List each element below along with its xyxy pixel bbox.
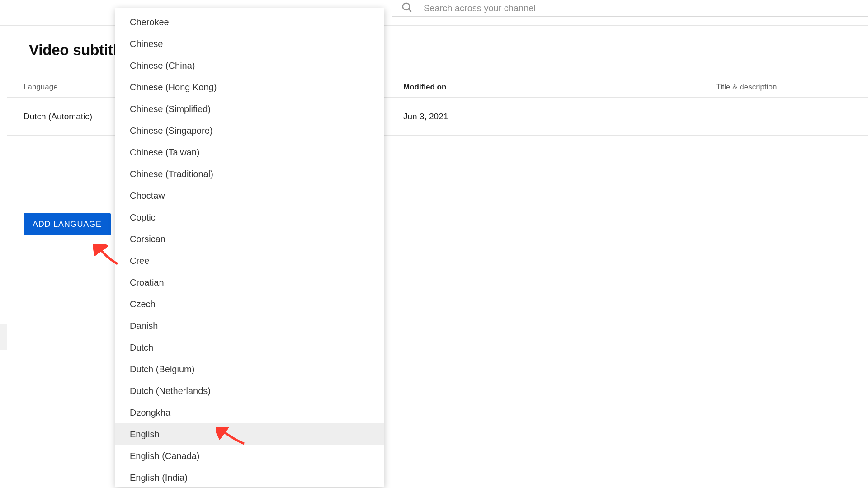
- column-header-title-desc[interactable]: Title & description: [716, 83, 852, 92]
- language-option[interactable]: English: [115, 423, 384, 445]
- language-option[interactable]: Chinese (China): [115, 55, 384, 76]
- svg-point-0: [403, 3, 410, 10]
- language-dropdown: CherokeeChineseChinese (China)Chinese (H…: [115, 8, 384, 487]
- language-option[interactable]: Dutch (Netherlands): [115, 380, 384, 402]
- language-option[interactable]: Chinese (Taiwan): [115, 141, 384, 163]
- language-option[interactable]: Dzongkha: [115, 402, 384, 423]
- language-option[interactable]: Corsican: [115, 228, 384, 250]
- language-option[interactable]: English (Canada): [115, 445, 384, 467]
- cell-modified: Jun 3, 2021: [403, 112, 716, 122]
- language-option[interactable]: Croatian: [115, 272, 384, 293]
- language-option[interactable]: Chinese: [115, 33, 384, 55]
- language-option[interactable]: English (India): [115, 467, 384, 487]
- language-option[interactable]: Cree: [115, 250, 384, 272]
- search-input[interactable]: [424, 3, 868, 14]
- language-option[interactable]: Chinese (Simplified): [115, 98, 384, 120]
- language-option[interactable]: Dutch: [115, 337, 384, 358]
- language-option[interactable]: Cherokee: [115, 11, 384, 33]
- language-option[interactable]: Dutch (Belgium): [115, 358, 384, 380]
- language-option[interactable]: Chinese (Singapore): [115, 120, 384, 141]
- add-language-button[interactable]: ADD LANGUAGE: [24, 213, 111, 235]
- language-option[interactable]: Chinese (Traditional): [115, 163, 384, 185]
- language-option[interactable]: Coptic: [115, 206, 384, 228]
- left-strip: [0, 324, 7, 350]
- language-option[interactable]: Danish: [115, 315, 384, 337]
- language-option[interactable]: Choctaw: [115, 185, 384, 206]
- language-option[interactable]: Czech: [115, 293, 384, 315]
- search-icon: [401, 1, 413, 15]
- svg-line-1: [409, 9, 411, 12]
- column-header-modified[interactable]: Modified on: [403, 83, 716, 92]
- search-container: [392, 0, 868, 17]
- language-option[interactable]: Chinese (Hong Kong): [115, 76, 384, 98]
